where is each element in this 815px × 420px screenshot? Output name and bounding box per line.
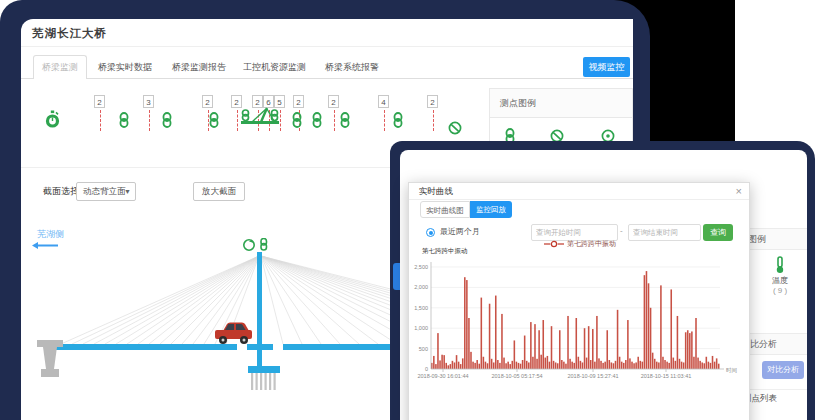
panel-toggle-handle[interactable] [393, 263, 400, 290]
sensor-chain-icon[interactable] [392, 112, 404, 132]
pile-cap [248, 366, 280, 373]
section-select-dropdown[interactable]: 动态背立面 ▼ [76, 182, 136, 201]
svg-text:2018-10-05 05:17:54: 2018-10-05 05:17:54 [491, 373, 542, 379]
svg-text:2018-10-09 15:27:41: 2018-10-09 15:27:41 [567, 373, 618, 379]
sensor-count-badge: 2 [293, 95, 304, 108]
sensor-count-badge: 3 [143, 95, 154, 108]
tab-realtime-data[interactable]: 桥梁实时数据 [98, 61, 152, 74]
sensor-count-badge: 4 [378, 95, 389, 108]
car-illustration [215, 323, 252, 345]
tab-monitor-playback[interactable]: 监控回放 [470, 201, 512, 218]
dialog-title: 实时曲线 [419, 183, 453, 199]
svg-text:时间: 时间 [726, 367, 737, 374]
sensor-drop-line [334, 110, 335, 131]
range-separator: - [620, 226, 623, 235]
sensor-drop-line [100, 110, 101, 131]
thermometer-icon[interactable] [774, 256, 786, 274]
pier-cap [37, 340, 63, 347]
chevron-down-icon: ▼ [118, 183, 131, 200]
sensor-chain-icon[interactable] [161, 112, 173, 132]
last-two-months-radio[interactable] [426, 228, 435, 237]
sensor-chain-icon[interactable] [339, 112, 351, 132]
tab-bridge-monitor[interactable]: 桥梁监测 [33, 55, 87, 79]
realtime-curve-dialog: 实时曲线 × 实时曲线图 监控回放 最近两个月 - 查询 第七跨跨中振动 第七跨… [408, 182, 750, 420]
sensor-count-badge: 2 [427, 95, 438, 108]
temperature-count: ( 9 ) [760, 286, 800, 295]
sensor-count-badge: 2 [202, 95, 213, 108]
ban-icon[interactable] [448, 121, 462, 135]
svg-text:1,500: 1,500 [414, 305, 428, 311]
tab-system-alarm[interactable]: 桥梁系统报警 [325, 61, 379, 74]
sensor-drop-line [149, 110, 150, 131]
sensor-drop-line [433, 110, 434, 131]
sensor-count-badge: 2 [328, 95, 339, 108]
vibration-chart: 05001,0001,5002,0002,5002018-09-30 16:01… [409, 255, 751, 405]
sensor-drop-line [237, 110, 238, 131]
tab-label: 桥梁监测 [42, 62, 78, 72]
bridge-sensor-cluster-icon[interactable] [240, 106, 280, 128]
tab-monitor-report[interactable]: 桥梁监测报告 [172, 61, 226, 74]
svg-text:0: 0 [425, 366, 428, 372]
svg-text:1,000: 1,000 [414, 325, 428, 331]
compare-analysis-button[interactable]: 对比分析 [762, 361, 804, 379]
tab-realtime-curve[interactable]: 实时曲线图 [420, 201, 470, 218]
sensor-chain-icon[interactable] [208, 112, 220, 132]
title-divider [21, 46, 633, 47]
temperature-label: 温度 [760, 275, 800, 286]
bridge-tower [257, 252, 262, 368]
video-monitor-button[interactable]: 视频监控 [583, 57, 630, 77]
screenshot-stage: 芜湖长江大桥 桥梁监测 桥梁实时数据 桥梁监测报告 工控机资源监测 桥梁系统报警… [0, 0, 815, 420]
svg-text:2,000: 2,000 [414, 284, 428, 290]
sensor-count-badge: 2 [94, 95, 105, 108]
svg-text:500: 500 [419, 346, 428, 352]
sensor-chain-icon[interactable] [291, 112, 303, 132]
tab-ipc-resource[interactable]: 工控机资源监测 [243, 61, 306, 74]
svg-text:2,500: 2,500 [414, 264, 428, 270]
legend-marker-icon [544, 240, 564, 248]
sensor-chain-icon[interactable] [311, 112, 323, 132]
pile-group [251, 373, 276, 390]
page-title: 芜湖长江大桥 [32, 26, 107, 41]
sensor-drop-line [280, 110, 281, 131]
svg-text:2018-10-15 11:03:41: 2018-10-15 11:03:41 [641, 373, 692, 379]
sensor-drop-line [384, 110, 385, 131]
tabbar-underline [21, 78, 633, 79]
tower-top-sensor-icons[interactable] [244, 239, 267, 251]
stopwatch-icon[interactable] [44, 110, 61, 129]
svg-text:2018-09-30 16:01:44: 2018-09-30 16:01:44 [417, 373, 468, 379]
radio-label: 最近两个月 [440, 226, 480, 237]
legend-panel-title: 测点图例 [490, 89, 632, 118]
dialog-header [409, 183, 749, 200]
enlarge-section-button[interactable]: 放大截面 [193, 182, 245, 201]
close-icon[interactable]: × [736, 183, 742, 199]
sensor-chain-icon[interactable] [118, 112, 130, 132]
legend-series-name: 第七跨跨中振动 [567, 239, 616, 249]
